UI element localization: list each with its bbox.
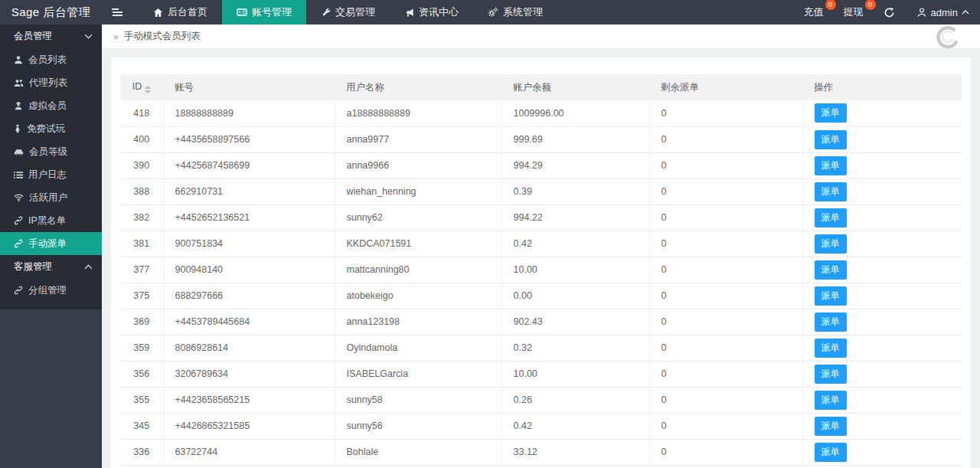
- cell-remaining: 0: [649, 205, 802, 231]
- cell-account: +4453789445684: [163, 309, 335, 335]
- cell-account: +4452652136521: [163, 205, 335, 231]
- sidebar-item-ip-blacklist[interactable]: IP黑名单: [0, 209, 102, 232]
- dispatch-button[interactable]: 派单: [815, 365, 847, 384]
- cell-action: 派单: [802, 178, 962, 205]
- topbar: Sage 后台管理 后台首页 账号管理 交易管理 资讯中心 系统管理 充值 0: [0, 0, 980, 25]
- cell-balance: 0.26: [501, 387, 649, 413]
- table-row: 375 688297666 atobekeigo 0.00 0 派单: [120, 283, 962, 309]
- sidebar-group-service-mgmt[interactable]: 客服管理: [0, 255, 102, 279]
- dispatch-button[interactable]: 派单: [815, 260, 847, 280]
- nav-item-news[interactable]: 资讯中心: [390, 0, 473, 25]
- cell-id: 369: [120, 309, 163, 335]
- recharge-badge: 0: [825, 0, 836, 10]
- dispatch-button[interactable]: 派单: [815, 208, 847, 227]
- withdraw-badge: 0: [865, 0, 876, 10]
- sidebar-item-label: IP黑名单: [28, 214, 66, 227]
- table-row: 381 900751834 KKDCA071591 0.42 0 派单: [120, 231, 962, 257]
- sidebar-item-label: 虚拟会员: [28, 100, 67, 113]
- sidebar-item-member-level[interactable]: 会员等级: [0, 140, 102, 163]
- sidebar-group-member-mgmt[interactable]: 会员管理: [0, 25, 102, 48]
- cell-action: 派单: [802, 361, 962, 387]
- nav-item-dashboard[interactable]: 后台首页: [139, 0, 222, 25]
- sidebar-item-virtual-member[interactable]: 虚拟会员: [0, 94, 102, 117]
- cell-balance: 994.22: [501, 205, 649, 231]
- sidebar-item-member-list[interactable]: 会员列表: [0, 48, 102, 71]
- sidebar-item-manual-dispatch[interactable]: 手动派单: [0, 232, 102, 255]
- cell-username: sunny58: [335, 387, 501, 413]
- dispatch-button[interactable]: 派单: [815, 286, 847, 306]
- cell-action: 派单: [802, 439, 962, 465]
- cell-username: anna123198: [335, 309, 501, 335]
- sidebar: 会员管理 会员列表 代理列表 虚拟会员 免费试玩 会员等级 用户日志: [0, 25, 102, 468]
- cell-account: +4423658565215: [163, 387, 335, 413]
- cell-action: 派单: [802, 126, 962, 152]
- breadcrumb-separator: »: [113, 31, 119, 42]
- sidebar-item-label: 会员列表: [28, 54, 67, 67]
- dispatch-button[interactable]: 派单: [815, 130, 847, 149]
- user-name: admin: [931, 7, 958, 18]
- dispatch-button[interactable]: 派单: [815, 103, 847, 123]
- member-table: ID 账号 用户名称 账户余额 剩余派单 操作 418 18888888889 …: [120, 74, 962, 466]
- car-icon: [14, 148, 24, 156]
- sidebar-item-agent-list[interactable]: 代理列表: [0, 71, 102, 94]
- sidebar-item-user-log[interactable]: 用户日志: [0, 163, 102, 186]
- table-row: 388 662910731 wiehan_henning 0.39 0 派单: [120, 178, 962, 205]
- column-header-id: ID: [120, 74, 163, 100]
- dispatch-button[interactable]: 派单: [815, 417, 847, 436]
- sidebar-item-label: 手动派单: [28, 237, 67, 250]
- cell-remaining: 0: [649, 361, 802, 387]
- nav-item-trade[interactable]: 交易管理: [306, 0, 390, 25]
- app-logo: Sage 后台管理: [0, 0, 102, 25]
- table-row: 345 +4426865321585 sunny56 0.42 0 派单: [120, 413, 962, 439]
- dispatch-button[interactable]: 派单: [815, 313, 847, 332]
- menu-toggle-icon[interactable]: [102, 0, 132, 25]
- cell-username: atobekeigo: [335, 283, 501, 309]
- recharge-label: 充值: [804, 6, 824, 18]
- bullhorn-icon: [404, 8, 414, 18]
- cell-remaining: 0: [649, 283, 802, 309]
- dispatch-button[interactable]: 派单: [815, 156, 847, 175]
- cell-action: 派单: [802, 231, 962, 257]
- cell-remaining: 0: [649, 231, 802, 257]
- sidebar-item-active-users[interactable]: 活跃用户: [0, 186, 102, 209]
- sidebar-item-label: 免费试玩: [27, 123, 65, 136]
- user-icon: [916, 7, 927, 18]
- cell-balance: 10.00: [501, 361, 649, 387]
- cell-id: 345: [120, 413, 163, 439]
- cell-balance: 33.12: [501, 439, 649, 465]
- cell-account: +4435658897566: [163, 126, 335, 152]
- cell-action: 派单: [802, 205, 962, 231]
- sort-icon[interactable]: [145, 86, 151, 93]
- withdraw-link[interactable]: 提现 0: [844, 5, 864, 19]
- table-row: 356 3206789634 ISABELGarcia 10.00 0 派单: [120, 361, 962, 387]
- dispatch-button[interactable]: 派单: [815, 339, 847, 358]
- sidebar-item-label: 会员等级: [29, 146, 67, 159]
- dispatch-button[interactable]: 派单: [815, 182, 847, 201]
- table-body: 418 18888888889 a18888888889 1009996.00 …: [120, 100, 962, 465]
- chevron-up-icon: [84, 264, 93, 270]
- dispatch-button[interactable]: 派单: [815, 443, 847, 462]
- recharge-link[interactable]: 充值 0: [804, 5, 824, 19]
- cell-action: 派单: [802, 387, 962, 413]
- cell-id: 388: [120, 178, 163, 205]
- dispatch-button[interactable]: 派单: [815, 234, 847, 254]
- caret-up-icon: [962, 10, 969, 15]
- nav-item-accounts[interactable]: 账号管理: [222, 0, 306, 25]
- users-icon: [14, 78, 24, 87]
- wifi-icon: [14, 194, 24, 201]
- user-icon: [14, 55, 23, 64]
- cell-account: 900948140: [163, 257, 335, 283]
- user-menu[interactable]: admin: [916, 7, 969, 18]
- table-row: 377 900948140 mattcanning80 10.00 0 派单: [120, 257, 962, 283]
- cell-remaining: 0: [649, 257, 802, 283]
- cell-account: +4425687458699: [163, 152, 335, 178]
- nav-item-system[interactable]: 系统管理: [473, 0, 557, 25]
- member-table-card: ID 账号 用户名称 账户余额 剩余派单 操作 418 18888888889 …: [111, 57, 971, 468]
- sidebar-item-free-trial[interactable]: 免费试玩: [0, 117, 102, 140]
- refresh-button[interactable]: [884, 7, 895, 18]
- cell-action: 派单: [802, 257, 962, 283]
- cell-username: wiehan_henning: [335, 178, 501, 205]
- sidebar-item-group-mgmt[interactable]: 分组管理: [0, 279, 102, 302]
- dispatch-button[interactable]: 派单: [815, 391, 847, 410]
- cell-remaining: 0: [649, 413, 802, 439]
